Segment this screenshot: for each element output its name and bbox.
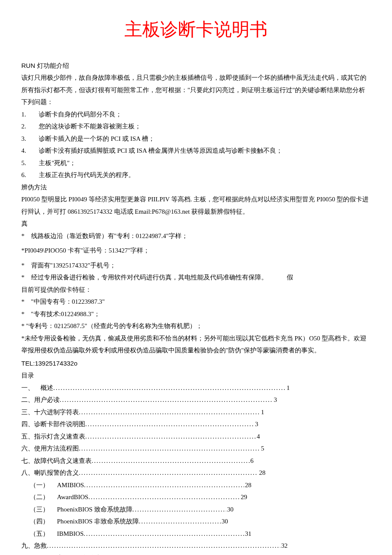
section-run-head: RUN 灯功能介绍 — [21, 60, 371, 72]
toc-page-number: 32 — [280, 540, 288, 552]
toc-page-number: 28 — [258, 467, 265, 479]
false-item: * "专有技术:01224988.3"； — [21, 308, 371, 320]
toc-entry: （二） AwardBIOS29 — [21, 491, 247, 503]
toc-label: 七、故障代码含义速查表 — [21, 455, 92, 467]
numbered-item: 3. 诊断卡插入的是一个坏的 PCI 或 ISA 槽； — [21, 133, 371, 145]
true-item: * 线路板边沿（靠近数码管）有"专利：01224987.4"字样； — [21, 230, 371, 242]
toc-dots — [79, 406, 260, 418]
toc-dots — [88, 491, 240, 503]
toc-page-number: 3 — [254, 418, 259, 430]
toc-label: （五） IBMBIOS — [30, 528, 84, 540]
toc-label: （一） AMIBIOS — [30, 479, 84, 491]
toc-dots — [139, 515, 221, 528]
numbered-item: 6. 主板正在执行与代码无关的程序。 — [21, 169, 371, 181]
toc-label: （二） AwardBIOS — [30, 491, 88, 503]
true-label: 真 — [21, 218, 371, 230]
toc-dots — [79, 467, 258, 479]
false-item: * "中国专有号：01223987.3" — [21, 296, 371, 308]
toc-page-number: 3 — [273, 394, 277, 406]
toc-label: 九、急救 — [21, 540, 47, 552]
section-fake-body: PI0050 型明显比 PI0049 等经济实用型更兼容 PIILPIV 等高档… — [21, 193, 371, 218]
toc-entry: （五） IBMBIOS 31 — [21, 528, 251, 540]
toc-dots — [47, 540, 280, 552]
toc-dots — [60, 394, 273, 406]
false-item: *未经专用设备检验，无仿真，偷减及使用劣质和不恰当的材料；另外可能出现以其它低档… — [21, 332, 371, 357]
toc-entry: 五、指示灯含义速查表 4 — [21, 430, 260, 443]
false-body: 目前可提供的假卡特征： — [21, 284, 371, 296]
true-item: *PI0049\PIOO50 卡有"证书号：513427"字样； — [21, 244, 371, 257]
toc-label: 三、十六进制字符表 — [21, 406, 79, 418]
toc-label: 二、用户必读 — [21, 394, 60, 406]
toc-entry: 九、急救 32 — [21, 540, 288, 552]
toc-entry: （四） PhoenixBIOS 非致命系统故障 30 — [21, 515, 228, 528]
toc-page-number: 32 — [248, 552, 255, 555]
toc-entry: 二、用户必读 3 — [21, 394, 277, 406]
true-item: * 背面有"13925174332"手机号； — [21, 259, 371, 272]
toc-entry: （三） PhoenixBIOS 致命系统故障 30 — [21, 503, 233, 516]
toc-label: 八、喇叭报警的含义 — [21, 467, 79, 479]
toc-label: 四、诊断卡部件说明图 — [21, 418, 85, 430]
toc-dots — [85, 418, 254, 430]
toc-dots — [84, 479, 244, 491]
toc-entry: 八、喇叭报警的含义 28 — [21, 467, 265, 479]
true-item: * 经过专用设备进行检验，专用软件对代码进行仿真，其电性能及代码准确性有保障。 … — [21, 271, 371, 284]
section-fake-head: 辨伪方法 — [21, 181, 371, 194]
toc-page-number: 1 — [286, 382, 290, 394]
toc-page-number: 1 — [260, 406, 265, 418]
toc-label: 一、 概述 — [21, 382, 53, 394]
document-title: 主板诊断卡说明书 — [21, 13, 371, 47]
toc-page-number: 31 — [244, 528, 251, 540]
toc-head: 目录 — [21, 369, 371, 382]
toc-page-number: 30 — [221, 515, 228, 528]
numbered-item: 5. 主板"死机"； — [21, 157, 371, 169]
toc-page-number: 28 — [244, 479, 251, 491]
toc-dots — [133, 503, 226, 516]
toc-dots — [84, 528, 244, 540]
toc-page-number: 30 — [226, 503, 233, 516]
toc-entry: 四、诊断卡部件说明图 3 — [21, 418, 258, 430]
toc-dots — [92, 455, 250, 467]
toc-label: （一） 忘了口令怎么办？ — [30, 552, 108, 555]
toc-label: 五、指示灯含义速查表 — [21, 430, 85, 443]
toc-dots — [85, 430, 256, 443]
toc-page-number: 4 — [256, 430, 260, 443]
toc-entry: （一） AMIBIOS 28 — [21, 479, 251, 491]
toc-label: 六、使用方法流程图 — [21, 442, 79, 455]
toc-entry: 六、使用方法流程图 5 — [21, 442, 264, 455]
toc-dots — [53, 382, 286, 394]
numbered-item: 2. 您的这块诊断卡不能兼容被测主板； — [21, 120, 371, 133]
numbered-item: 4. 诊断卡没有插好或插脚脏或 PCI 或 ISA 槽金属弹片生锈等原因造成与诊… — [21, 145, 371, 157]
toc-dots — [108, 552, 248, 555]
toc-page-number: 6 — [250, 455, 254, 467]
toc-label: （四） PhoenixBIOS 非致命系统故障 — [30, 515, 139, 528]
numbered-item: 1. 诊断卡自身的代码部分不良； — [21, 108, 371, 121]
toc-page-number: 5 — [260, 442, 265, 455]
section-run-body: 该灯只用极少部件，故自身故障率极低，且只需极少的主板插槽信号，故即使插到一个坏的… — [21, 72, 371, 108]
false-item: * "专利号：02125087.5"（经查此号的专利名称为生物有机肥）； — [21, 320, 371, 332]
toc-dots — [79, 442, 260, 455]
toc-entry: 一、 概述 1 — [21, 382, 290, 394]
toc-entry: 七、故障代码含义速查表 6 — [21, 455, 254, 467]
toc-entry: 三、十六进制字符表 1 — [21, 406, 264, 418]
toc-page-number: 29 — [240, 491, 247, 503]
toc-label: （三） PhoenixBIOS 致命系统故障 — [30, 503, 133, 516]
toc-entry: （一） 忘了口令怎么办？ 32 — [21, 552, 255, 555]
tel-line: TEL:13925174332o — [21, 357, 371, 370]
